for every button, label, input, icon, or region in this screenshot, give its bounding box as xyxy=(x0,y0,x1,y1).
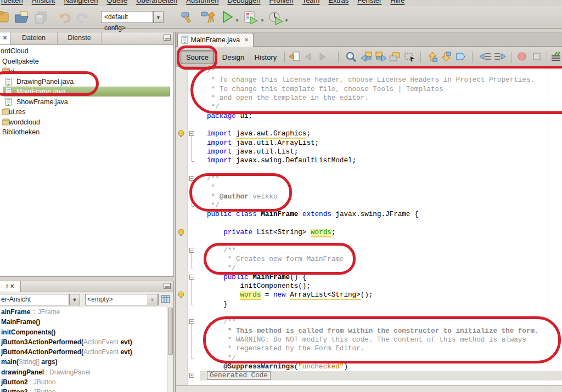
view-select-arrow[interactable]: ▼ xyxy=(69,294,80,305)
find-previous-icon[interactable] xyxy=(361,52,372,62)
member-item[interactable]: MainFrame() xyxy=(0,317,166,327)
view-select[interactable]: er-Ansicht xyxy=(0,294,69,305)
menu-item[interactable]: Extras xyxy=(324,0,353,5)
menu-item[interactable]: rbeiten xyxy=(1,0,27,5)
member-item[interactable]: jButton3ActionPerformed(ActionEvent evt) xyxy=(0,337,166,347)
tab-projekte-fragment[interactable]: × xyxy=(0,32,10,44)
stop-macro-icon[interactable] xyxy=(532,52,542,62)
tree-item-label: DrawingPanel.java xyxy=(16,77,74,87)
run-dropdown-arrow[interactable]: ▼ xyxy=(235,18,239,23)
toggle-highlight-icon[interactable] xyxy=(389,52,401,62)
find-selection-icon[interactable] xyxy=(346,52,357,63)
member-item[interactable]: jButton2 : JButton xyxy=(0,377,166,387)
member-item[interactable]: drawingPanel : DrawingPanel xyxy=(0,367,166,377)
close-icon[interactable]: × xyxy=(10,282,14,290)
editor-tabbar: MainFrame.java × xyxy=(176,32,562,47)
menu-item[interactable]: Fenster xyxy=(353,0,386,5)
minimize-panel-icon[interactable] xyxy=(164,283,171,289)
member-item[interactable]: ainFrame :: JFrame xyxy=(0,307,166,317)
config-combo-arrow[interactable]: ▼ xyxy=(153,11,164,23)
redo-icon[interactable] xyxy=(76,10,91,24)
debug-dropdown-arrow[interactable]: ▼ xyxy=(260,18,265,23)
config-combo[interactable]: <default config> xyxy=(101,11,153,23)
java-file-icon xyxy=(181,36,189,44)
code-viewport[interactable]: −−−−−+ /* * To change this license heade… xyxy=(176,67,562,385)
comment-icon[interactable] xyxy=(550,52,562,62)
menu-item[interactable]: Navigieren xyxy=(59,0,102,5)
history-button[interactable]: History xyxy=(251,50,280,64)
fold-collapse-icon[interactable]: − xyxy=(189,319,194,324)
fold-collapse-icon[interactable]: − xyxy=(189,275,194,280)
menu-item[interactable]: Team xyxy=(298,0,324,5)
close-icon[interactable]: × xyxy=(3,34,7,42)
member-item[interactable]: jButton3 : JButton xyxy=(0,387,166,392)
menu-item[interactable]: Debuggen xyxy=(223,0,265,5)
menu-item[interactable]: Quelle xyxy=(103,0,132,5)
close-icon[interactable]: × xyxy=(245,36,249,44)
fold-collapse-icon[interactable]: − xyxy=(189,248,194,253)
tree-item-bibliotheken[interactable]: Bibliotheken xyxy=(0,127,173,138)
tree-item-ordcloud[interactable]: ordCloud xyxy=(0,46,173,56)
shift-line-right-icon[interactable] xyxy=(494,52,506,62)
minimize-panel-icon[interactable] xyxy=(164,35,171,41)
navigator-scrollbar[interactable] xyxy=(167,307,173,392)
fold-line-end xyxy=(192,161,194,162)
forward-icon[interactable] xyxy=(319,52,328,62)
profile-dropdown-arrow[interactable]: ▼ xyxy=(284,18,289,23)
back-icon[interactable] xyxy=(303,52,312,62)
tab-mainframe-java[interactable]: MainFrame.java × xyxy=(177,33,254,47)
horizontal-scrollbar[interactable] xyxy=(176,385,562,392)
scrollbar-thumb[interactable] xyxy=(168,308,173,355)
panel-splitter[interactable] xyxy=(0,277,175,281)
tree-item-ui-res[interactable]: ui.res xyxy=(0,107,173,117)
record-macro-icon[interactable] xyxy=(517,52,527,62)
save-all-icon[interactable] xyxy=(33,10,49,24)
code-line: import java.util.List; xyxy=(207,147,562,156)
rectangular-selection-icon[interactable] xyxy=(404,52,415,62)
last-edit-position-icon[interactable] xyxy=(289,52,300,62)
tree-item-ui[interactable]: ui xyxy=(0,66,173,77)
toggle-bookmark-icon[interactable] xyxy=(455,52,466,62)
tab-dateien[interactable]: Dateien xyxy=(10,32,58,44)
menu-item[interactable]: Ansicht xyxy=(27,0,60,5)
shift-line-left-icon[interactable] xyxy=(479,52,491,62)
new-file-icon[interactable] xyxy=(0,10,9,24)
warning-lightbulb-icon[interactable] xyxy=(177,291,185,301)
fold-collapse-icon[interactable]: − xyxy=(189,176,194,181)
filter-select-arrow[interactable]: ▼ xyxy=(147,294,158,305)
tab-dienste[interactable]: Dienste xyxy=(58,32,102,44)
menu-item[interactable]: Profilen xyxy=(265,0,298,5)
debug-icon[interactable] xyxy=(244,10,258,25)
profile-icon[interactable] xyxy=(268,10,283,25)
member-item[interactable]: initComponents() xyxy=(0,327,166,337)
previous-bookmark-icon[interactable] xyxy=(428,52,437,62)
build-icon[interactable] xyxy=(180,10,194,25)
open-project-icon[interactable] xyxy=(15,10,30,24)
fold-collapse-icon[interactable]: − xyxy=(189,131,194,136)
undo-icon[interactable] xyxy=(56,10,71,24)
member-item[interactable]: main(String[] args) xyxy=(0,357,166,367)
warning-lightbulb-icon[interactable] xyxy=(177,130,185,140)
clean-build-icon[interactable] xyxy=(200,10,216,25)
tree-item-mainframe-java[interactable]: MainFrame.java xyxy=(0,87,173,97)
find-next-icon[interactable] xyxy=(375,52,387,62)
menu-item[interactable]: Überarbeiten xyxy=(132,0,182,5)
fold-expand-icon[interactable]: + xyxy=(189,373,194,378)
run-icon[interactable] xyxy=(222,10,234,25)
menu-item[interactable]: Hilfe xyxy=(386,0,409,5)
tree-item-label: wordcloud xyxy=(9,117,40,128)
source-button[interactable]: Source xyxy=(181,50,214,64)
tree-item-wordcloud[interactable]: wordcloud xyxy=(0,117,173,128)
generated-code-fold[interactable]: Generated Code xyxy=(207,371,271,380)
next-bookmark-icon[interactable] xyxy=(441,52,451,62)
design-button[interactable]: Design xyxy=(220,50,247,64)
menu-row: rbeitenAnsichtNavigierenQuelleÜberarbeit… xyxy=(1,0,409,5)
tree-item-showframe-java[interactable]: ShowFrame.java xyxy=(0,97,173,107)
tree-item-drawingpanel-java[interactable]: DrawingPanel.java xyxy=(0,77,173,87)
sort-columns-icon[interactable] xyxy=(161,294,171,304)
menu-item[interactable]: Ausführen xyxy=(182,0,223,5)
member-item[interactable]: jButton4ActionPerformed(ActionEvent evt) xyxy=(0,347,166,357)
warning-lightbulb-icon[interactable] xyxy=(177,229,185,238)
tab-navigator-fragment[interactable]: r × xyxy=(0,281,21,292)
tree-item-quellpakete[interactable]: Quellpakete xyxy=(0,56,173,67)
